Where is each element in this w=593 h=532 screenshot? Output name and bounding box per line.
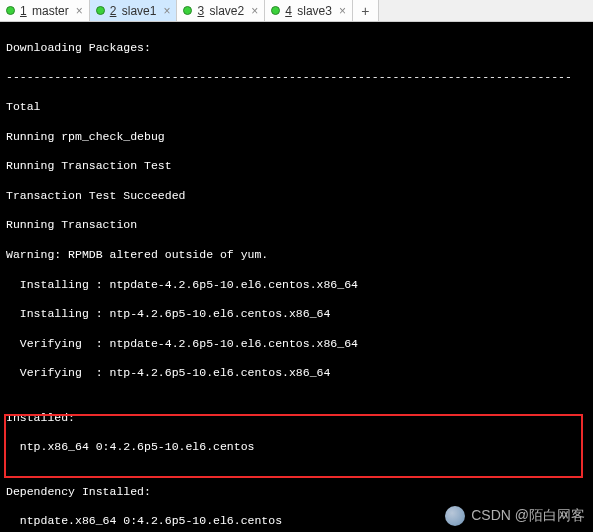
close-icon[interactable]: × [163,4,170,18]
close-icon[interactable]: × [251,4,258,18]
tab-slave1[interactable]: 2 slave1 × [90,0,178,21]
tab-slave2[interactable]: 3 slave2 × [177,0,265,21]
add-tab-button[interactable]: + [353,0,379,21]
tab-label: 3 slave2 [197,4,244,18]
output-line: Running Transaction Test [6,159,587,174]
status-dot-icon [271,6,280,15]
tab-label: 2 slave1 [110,4,157,18]
output-line: ntp.x86_64 0:4.2.6p5-10.el6.centos [6,440,587,455]
terminal-output[interactable]: Downloading Packages: ------------------… [0,22,593,532]
output-line: Verifying : ntp-4.2.6p5-10.el6.centos.x8… [6,366,587,381]
output-line: Installing : ntpdate-4.2.6p5-10.el6.cent… [6,278,587,293]
close-icon[interactable]: × [339,4,346,18]
output-line: Running rpm_check_debug [6,130,587,145]
tab-slave3[interactable]: 4 slave3 × [265,0,353,21]
status-dot-icon [183,6,192,15]
output-line: Transaction Test Succeeded [6,189,587,204]
output-line: Verifying : ntpdate-4.2.6p5-10.el6.cento… [6,337,587,352]
avatar-icon [445,506,465,526]
output-line: Dependency Installed: [6,485,587,500]
tab-master[interactable]: 1 master × [0,0,90,21]
output-line: Running Transaction [6,218,587,233]
status-dot-icon [96,6,105,15]
watermark-text: CSDN @陌白网客 [471,507,585,525]
tab-bar: 1 master × 2 slave1 × 3 slave2 × 4 slave… [0,0,593,22]
close-icon[interactable]: × [76,4,83,18]
watermark: CSDN @陌白网客 [445,506,585,526]
output-line: Warning: RPMDB altered outside of yum. [6,248,587,263]
output-line: Installed: [6,411,587,426]
output-line: Installing : ntp-4.2.6p5-10.el6.centos.x… [6,307,587,322]
tab-label: 4 slave3 [285,4,332,18]
tab-label: 1 master [20,4,69,18]
output-line: ----------------------------------------… [6,70,587,85]
output-line: Total [6,100,587,115]
output-line: Downloading Packages: [6,41,587,56]
status-dot-icon [6,6,15,15]
